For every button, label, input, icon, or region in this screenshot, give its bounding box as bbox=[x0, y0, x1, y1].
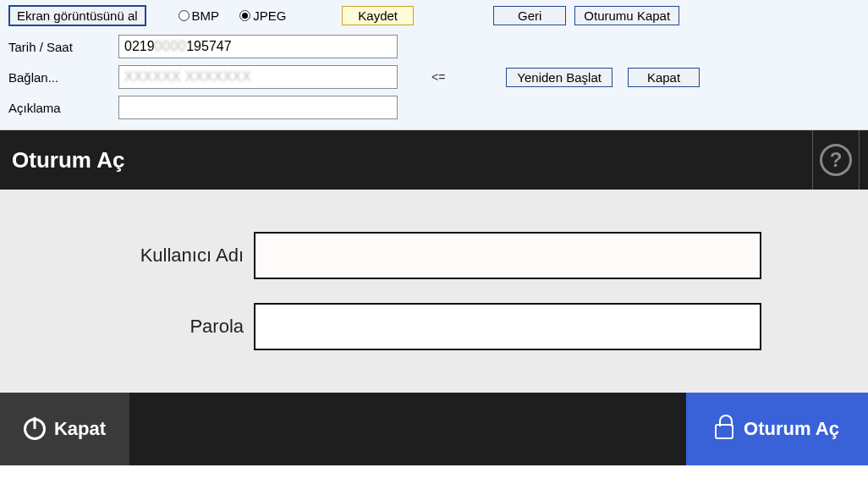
save-button[interactable]: Kaydet bbox=[342, 6, 414, 25]
arrow-icon: <= bbox=[431, 70, 445, 84]
help-button[interactable]: ? bbox=[813, 130, 859, 190]
help-icon: ? bbox=[820, 144, 852, 176]
password-label: Parola bbox=[127, 316, 254, 338]
format-jpeg-label: JPEG bbox=[253, 8, 286, 23]
datetime-row: Tarih / Saat 0219 0000 195747 bbox=[8, 35, 860, 58]
login-header: Oturum Aç ? bbox=[0, 130, 868, 190]
screenshot-button[interactable]: Ekran görüntüsünü al bbox=[8, 5, 146, 26]
lock-icon bbox=[715, 424, 733, 439]
close-app-button[interactable]: Kapat bbox=[0, 393, 129, 465]
datetime-prefix: 0219 bbox=[124, 39, 155, 54]
divider bbox=[859, 130, 860, 190]
bottom-bar: Kapat Oturum Aç bbox=[0, 393, 868, 465]
username-row: Kullanıcı Adı bbox=[0, 232, 868, 279]
datetime-suffix: 195747 bbox=[186, 39, 231, 54]
radio-icon-selected bbox=[239, 10, 250, 21]
format-bmp-radio[interactable]: BMP bbox=[179, 8, 220, 23]
header-right: ? bbox=[812, 130, 868, 190]
password-row: Parola bbox=[0, 303, 868, 350]
connect-label: Bağlan... bbox=[8, 70, 118, 85]
login-body: Kullanıcı Adı Parola bbox=[0, 190, 868, 393]
bottom-spacer bbox=[129, 393, 686, 465]
datetime-redacted: 0000 bbox=[155, 39, 187, 54]
username-input[interactable] bbox=[254, 232, 761, 279]
connect-row: Bağlan... XXXXXX XXXXXXX <= Yeniden Başl… bbox=[8, 65, 860, 89]
connect-redacted: XXXXXX XXXXXXX bbox=[124, 69, 251, 85]
format-jpeg-radio[interactable]: JPEG bbox=[239, 8, 286, 23]
close-app-label: Kapat bbox=[54, 418, 106, 440]
datetime-label: Tarih / Saat bbox=[8, 40, 118, 54]
description-label: Açıklama bbox=[8, 101, 118, 115]
description-input[interactable] bbox=[118, 96, 398, 119]
logout-button[interactable]: Oturumu Kapat bbox=[574, 6, 679, 25]
datetime-input[interactable]: 0219 0000 195747 bbox=[118, 35, 398, 58]
login-button[interactable]: Oturum Aç bbox=[686, 393, 868, 465]
connect-input[interactable]: XXXXXX XXXXXXX bbox=[118, 65, 398, 89]
power-icon bbox=[24, 418, 46, 440]
login-button-label: Oturum Aç bbox=[744, 418, 839, 440]
password-input[interactable] bbox=[254, 303, 761, 350]
description-row: Açıklama bbox=[8, 96, 860, 119]
back-button[interactable]: Geri bbox=[493, 6, 566, 25]
top-panel: Ekran görüntüsünü al BMP JPEG Kaydet Ger… bbox=[0, 0, 868, 130]
radio-icon bbox=[179, 10, 190, 21]
username-label: Kullanıcı Adı bbox=[127, 245, 254, 267]
login-title: Oturum Aç bbox=[12, 147, 124, 173]
restart-button[interactable]: Yeniden Başlat bbox=[506, 68, 613, 87]
format-bmp-label: BMP bbox=[192, 8, 220, 23]
close-conn-button[interactable]: Kapat bbox=[628, 68, 700, 87]
toolbar-row: Ekran görüntüsünü al BMP JPEG Kaydet Ger… bbox=[8, 5, 860, 26]
